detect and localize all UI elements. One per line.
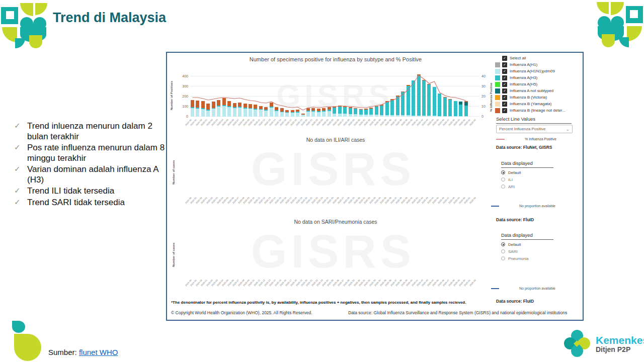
- chart2-x-axis: 2024-502024-512024-522025-012025-022025-…: [190, 196, 479, 210]
- legend-row[interactable]: ✓Influenza B (lineage not deter...: [495, 107, 583, 114]
- legend-label: Influenza B (Victoria): [510, 95, 547, 100]
- bullet-text: Trend SARI tidak tersedia: [27, 197, 125, 208]
- checkbox-checked-icon[interactable]: ✓: [502, 88, 507, 94]
- bullet-list: ✓Trend inluenza menurun dalam 2 bulan te…: [14, 121, 166, 208]
- radio-icon[interactable]: [501, 249, 505, 253]
- bullet-text: Pos rate influenza menurun dalam 8 mingg…: [27, 142, 166, 163]
- radio-icon[interactable]: [501, 242, 505, 246]
- logo-shape: [15, 38, 25, 48]
- dropdown-value: Percent Influenza Positive: [499, 127, 546, 131]
- logo-shape: [6, 11, 14, 19]
- bullet-text: Varian dominan adalah influenza A (H3): [27, 164, 166, 185]
- logo-shape: [14, 334, 41, 361]
- y-tick-label: 0: [186, 115, 188, 118]
- radio-option[interactable]: Default: [501, 241, 528, 248]
- check-icon: ✓: [14, 164, 27, 173]
- radio-option[interactable]: SARI: [501, 248, 528, 255]
- no-proportion-line-icon: [491, 288, 499, 289]
- flunet-who-link[interactable]: flunet WHO: [79, 348, 118, 356]
- legend-label: Influenza A(H5): [510, 82, 537, 86]
- radio-label: SARI: [508, 249, 518, 254]
- watermark: GISRS: [182, 142, 484, 196]
- chart1-title: Number of specimens positive for influen…: [182, 56, 489, 62]
- radio-label: ILI: [508, 177, 513, 182]
- legend-row[interactable]: ✓Influenza B (Victoria): [495, 94, 583, 101]
- legend-label: Influenza A(H1N1)pdm09: [510, 69, 555, 73]
- radio-icon[interactable]: [501, 177, 505, 182]
- source-line: Sumber: flunet WHO: [48, 348, 118, 356]
- radio-option[interactable]: Pneumonia: [501, 255, 528, 262]
- right-panel: ✓Select all✓Influenza A(H1)✓Influenza A(…: [495, 53, 583, 320]
- chart2-y-axis-label: Number of cases: [172, 149, 175, 196]
- radio-icon[interactable]: [501, 185, 505, 189]
- flunet-dashboard: Number of specimens positive for influen…: [166, 52, 584, 321]
- checkbox-checked-icon[interactable]: ✓: [502, 69, 507, 74]
- checkbox-checked-icon[interactable]: ✓: [502, 56, 507, 61]
- legend-swatch: [495, 75, 500, 80]
- corner-ornament-logo-bottom: [9, 320, 49, 362]
- legend-row[interactable]: ✓Influenza A(H1N1)pdm09: [495, 68, 583, 74]
- chart2-title: No data on ILI/ARI cases: [182, 137, 489, 143]
- radio-label: Default: [508, 170, 521, 175]
- radio-option[interactable]: ILI: [501, 176, 521, 183]
- legend-swatch: [495, 95, 500, 100]
- legend-label: Select all: [510, 56, 526, 60]
- chart1-plot[interactable]: [190, 74, 479, 117]
- pct-line-legend: % Influenza Positive: [496, 137, 577, 141]
- kemenkes-flower-icon: [562, 329, 592, 358]
- bullet-item: ✓Pos rate influenza menurun dalam 8 ming…: [14, 142, 166, 163]
- legend-row[interactable]: ✓Influenza A not subtyped: [495, 87, 583, 94]
- data-displayed-heading-1: Data displayed: [501, 160, 553, 168]
- subtype-legend: ✓Select all✓Influenza A(H1)✓Influenza A(…: [495, 55, 583, 114]
- checkbox-checked-icon[interactable]: ✓: [502, 82, 507, 87]
- data-source-fluid-2: Data source: FluID: [496, 299, 534, 304]
- legend-label: Influenza A(H3): [510, 75, 537, 80]
- radio-icon[interactable]: [501, 256, 505, 260]
- y2-tick-label: 40: [481, 74, 486, 78]
- legend-row[interactable]: ✓Influenza A(H3): [495, 74, 583, 81]
- logo-shape: [20, 3, 33, 16]
- no-proportion-line-icon: [491, 206, 499, 207]
- chart1-x-axis: 2024-502024-512024-522025-012025-022025-…: [190, 118, 479, 132]
- logo-shape: [35, 3, 47, 15]
- radio-icon[interactable]: [501, 170, 505, 174]
- checkbox-checked-icon[interactable]: ✓: [502, 95, 507, 100]
- legend-row[interactable]: ✓Influenza B (Yamagata): [495, 101, 583, 107]
- y2-tick-label: 20: [481, 95, 486, 98]
- line-values-dropdown[interactable]: Percent Influenza Positive ⌄: [496, 125, 573, 133]
- chart1-y2ticks: 010203040: [481, 74, 491, 117]
- logo-shape: [597, 2, 609, 14]
- bullet-text: Trend ILI tidak tersedia: [27, 186, 114, 196]
- kemenkes-logo: Kemenkes Ditjen P2P: [562, 329, 644, 358]
- checkbox-checked-icon[interactable]: ✓: [502, 102, 507, 107]
- checkbox-checked-icon[interactable]: ✓: [502, 75, 507, 80]
- bullet-text: Trend inluenza menurun dalam 2 bulan ter…: [27, 121, 166, 142]
- no-proportion-legend-2: No proportion available: [491, 287, 576, 290]
- no-proportion-label: No proportion available: [499, 287, 576, 290]
- legend-row[interactable]: ✓Select all: [495, 55, 583, 61]
- radio-group-iliari: DefaultILIARI: [501, 169, 521, 190]
- pct-line: [193, 75, 466, 110]
- source-label: Sumber:: [48, 348, 77, 356]
- checkbox-checked-icon[interactable]: ✓: [502, 62, 507, 67]
- radio-option[interactable]: ARI: [501, 183, 521, 190]
- legend-row[interactable]: ✓Influenza A(H1): [495, 61, 583, 68]
- data-source-flunet: Data source: FluNet, GISRS: [496, 145, 552, 150]
- radio-option[interactable]: Default: [501, 169, 521, 176]
- no-proportion-legend-1: No proportion available: [491, 204, 576, 208]
- checkbox-checked-icon[interactable]: ✓: [502, 108, 507, 113]
- data-source-fluid-1: Data source: FluID: [496, 217, 534, 222]
- logo-shape: [602, 34, 615, 47]
- logo-shape: [630, 10, 638, 18]
- y-tick-label: 200: [182, 95, 188, 98]
- corner-ornament-logo: [0, 1, 48, 49]
- legend-swatch: [495, 62, 500, 67]
- page-title: Trend di Malaysia: [53, 10, 166, 26]
- chart1-yticks: 0100200300400: [174, 74, 188, 117]
- y-tick-label: 400: [182, 74, 188, 78]
- legend-label: Influenza B (lineage not deter...: [510, 108, 566, 113]
- bullet-item: ✓Trend ILI tidak tersedia: [14, 186, 166, 196]
- corner-ornament-logo: [596, 0, 644, 48]
- check-icon: ✓: [14, 121, 27, 130]
- legend-row[interactable]: ✓Influenza A(H5): [495, 81, 583, 87]
